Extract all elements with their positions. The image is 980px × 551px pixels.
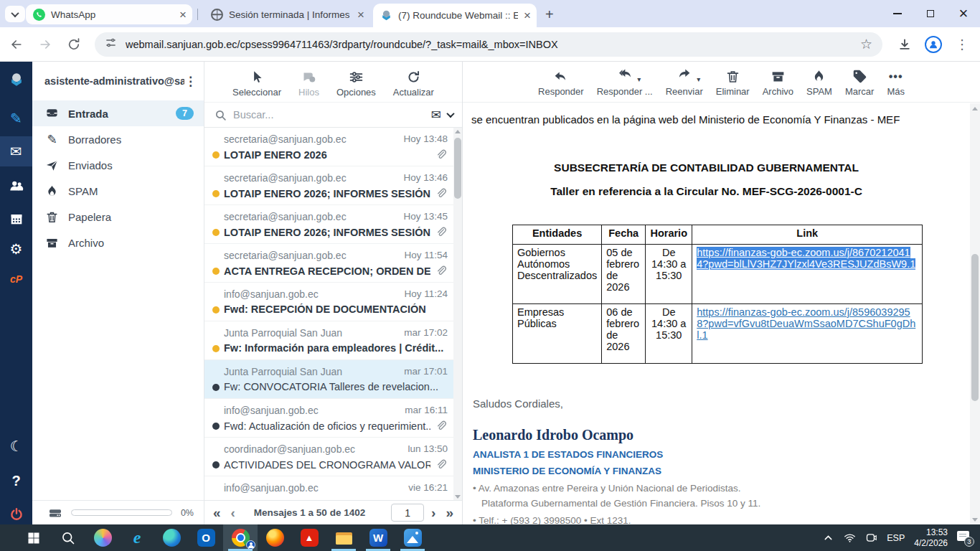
taskbar-chrome-button[interactable] [223,524,258,551]
column-header: Link [692,225,923,245]
options-sliders-icon [349,70,364,85]
folder-inbox[interactable]: Entrada 7 [32,100,204,126]
minimize-button[interactable] [881,0,914,27]
clock[interactable]: 13:53 4/2/2026 [914,527,948,549]
list-item[interactable]: info@sanjuan.gob.ecvie 16:21 [204,476,453,500]
wifi-icon[interactable] [844,532,856,544]
reload-button[interactable] [62,32,86,57]
search-options-chevron-icon[interactable] [446,110,454,118]
forward-button[interactable] [33,32,57,57]
select-button[interactable]: Seleccionar [232,70,281,98]
tab-whatsapp[interactable]: WhatsApp × [26,4,192,24]
meet-now-icon[interactable] [865,532,877,544]
page-number-input[interactable]: 1 [391,504,424,522]
reader-scrollbar[interactable] [970,103,980,524]
tab-close-icon[interactable]: × [357,9,364,21]
schedule-cell: De 14:30 a 15:30 [646,245,692,304]
options-button[interactable]: Opciones [336,70,376,98]
downloads-button[interactable] [892,32,917,57]
forward-icon [677,66,692,81]
account-email: asistente-administrativo@sa... [44,75,184,87]
tab-close-icon[interactable]: × [179,9,187,21]
reader-scrollbar-thumb[interactable] [971,254,979,401]
contacts-icon[interactable] [0,171,32,201]
search-scope-mail-icon[interactable]: ✉ [431,108,441,123]
tab-roundcube-active[interactable]: (7) Roundcube Webmail :: Entra × [373,4,537,27]
maximize-button[interactable] [914,0,947,27]
taskbar-explorer-button[interactable] [326,524,361,551]
zoom-link-selected[interactable]: https://finanzas-gob-ec.zoom.us/j/867021… [697,247,915,270]
taskbar-edge-button[interactable] [154,524,189,551]
reply-all-button[interactable]: ▾ Responder ... [597,66,653,97]
more-button[interactable]: ••• Más [887,69,905,97]
tab-search-button[interactable] [5,6,25,22]
folder-drafts[interactable]: ✎ Borradores [32,126,204,152]
list-item[interactable]: Junta Parroquial San Juanmar 17:02 Fw: I… [204,321,453,360]
mark-button[interactable]: Marcar [845,69,874,97]
delete-button[interactable]: Eliminar [716,69,750,97]
list-item[interactable]: secretaria@sanjuan.gob.ecHoy 13:48 LOTAI… [204,128,453,166]
list-item[interactable]: coordinador@sanjuan.gob.eclun 13:50 ACTI… [204,438,453,476]
site-settings-icon[interactable] [105,37,117,52]
forward-caret-icon[interactable]: ▾ [697,75,700,83]
folder-trash[interactable]: Papelera [32,204,204,230]
language-indicator[interactable]: ESP [887,533,905,543]
first-page-button[interactable]: « [213,506,221,519]
list-item[interactable]: secretaria@sanjuan.gob.ecHoy 11:54 ACTA … [204,244,453,283]
account-menu-icon[interactable]: ⋮ [184,74,197,89]
taskbar-copilot-button[interactable] [85,524,120,551]
address-bar[interactable]: webmail.sanjuan.gob.ec/cpsess9964711463/… [95,32,882,57]
browser-menu-button[interactable]: ⋮ [950,32,974,57]
folder-spam[interactable]: SPAM [32,178,204,204]
taskbar-outlook-button[interactable]: O [189,524,223,551]
reply-all-caret-icon[interactable]: ▾ [637,75,641,83]
folder-archive[interactable]: Archivo [32,230,204,255]
new-tab-button[interactable]: + [545,6,554,23]
list-item[interactable]: secretaria@sanjuan.gob.ecHoy 13:45 LOTAI… [204,205,453,244]
list-item-selected[interactable]: Junta Parroquial San Juanmar 17:01 Fw: C… [204,360,453,399]
taskbar-word-button[interactable]: W [361,524,395,551]
folder-sent[interactable]: Enviados [32,152,204,178]
list-item[interactable]: info@sanjuan.gob.ecmar 16:11 Fwd: Actual… [204,399,453,438]
reply-button[interactable]: Responder [538,69,584,97]
compose-icon[interactable]: ✎ [0,103,32,133]
paperclip-icon [435,226,448,239]
schedule-cell: De 14:30 a 15:30 [646,304,692,364]
taskbar-photos-button[interactable] [395,524,430,551]
close-window-button[interactable]: × [947,0,980,27]
last-page-button[interactable]: » [446,506,453,519]
calendar-icon[interactable] [0,204,32,234]
list-item[interactable]: info@sanjuan.gob.ecHoy 11:24 Fwd: RECEPC… [204,283,453,321]
spam-button[interactable]: SPAM [806,69,832,97]
zoom-link[interactable]: https://finanzas-gob-ec.zoom.us/j/859603… [697,306,915,341]
refresh-button[interactable]: Actualizar [393,70,434,98]
list-scrollbar[interactable] [453,128,462,500]
tab-informes[interactable]: Sesión terminada | Informes Me × [204,4,370,24]
taskbar-ie-button[interactable]: e [120,524,154,551]
settings-gear-icon[interactable]: ⚙ [0,234,32,264]
table-header-row: Entidades Fecha Horario Link [513,225,923,245]
cpanel-icon[interactable]: cP [0,264,32,294]
list-item[interactable]: secretaria@sanjuan.gob.ecHoy 13:46 LOTAI… [204,166,453,205]
archive-button[interactable]: Archivo [763,69,793,97]
dark-mode-moon-icon[interactable]: ☾ [0,431,32,461]
forward-button[interactable]: ▾ Reenviar [666,66,703,97]
help-icon[interactable]: ? [0,466,32,496]
tray-expand-chevron-icon[interactable] [822,532,834,544]
list-scrollbar-thumb[interactable] [454,138,461,199]
next-page-button[interactable]: › [431,506,435,519]
taskbar-search-button[interactable] [51,524,85,551]
url-text[interactable]: webmail.sanjuan.gob.ec/cpsess9964711463/… [126,39,852,50]
bookmark-star-icon[interactable]: ☆ [860,36,872,52]
taskbar-firefox-button[interactable] [258,524,292,551]
taskbar-acrobat-button[interactable]: ▲ [292,524,326,551]
mail-icon[interactable]: ✉ [0,136,32,166]
tab-close-icon[interactable]: × [524,9,531,22]
threads-button[interactable]: Hilos [298,70,319,98]
start-button[interactable] [17,524,51,551]
profile-avatar[interactable] [921,32,946,57]
folder-label: Papelera [68,211,195,223]
search-input[interactable] [233,109,425,121]
notification-center-button[interactable]: 3 [957,531,973,545]
back-button[interactable] [4,32,29,57]
